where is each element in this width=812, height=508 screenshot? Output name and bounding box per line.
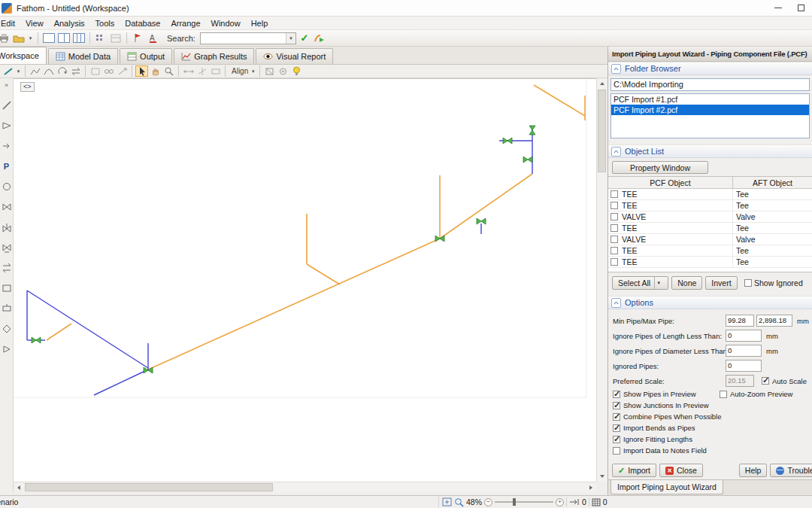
combine-pipes-checkbox[interactable] xyxy=(613,413,620,421)
pcf-file-item[interactable]: PCF Import #1.pcf xyxy=(611,94,809,105)
menu-arrange[interactable]: Arrange xyxy=(165,17,205,29)
curve-tool-icon[interactable] xyxy=(42,65,55,77)
collapse-object-list-icon[interactable] xyxy=(611,147,621,157)
show-ignored-checkbox[interactable] xyxy=(744,279,752,287)
reservoir-junction-icon[interactable] xyxy=(1,181,12,192)
select-arrow-icon[interactable] xyxy=(135,65,148,77)
maximize-button[interactable] xyxy=(789,0,812,16)
search-combobox[interactable] xyxy=(200,32,296,44)
fit-to-window-icon[interactable] xyxy=(442,497,452,506)
horizontal-scroll-thumb[interactable] xyxy=(25,483,273,491)
layout-two-pane-icon[interactable] xyxy=(57,32,71,45)
table-row[interactable]: TEE Tee xyxy=(608,200,812,211)
pan-hand-icon[interactable] xyxy=(149,65,162,77)
import-bends-control[interactable]: Import Bends as Pipes xyxy=(613,422,810,433)
select-all-dropdown-icon[interactable] xyxy=(654,277,662,289)
property-window-button[interactable]: Property Window xyxy=(612,161,708,174)
run-model-icon[interactable] xyxy=(313,32,326,45)
layout-single-pane-icon[interactable] xyxy=(42,32,56,45)
show-junctions-control[interactable]: Show Junctions In Preview xyxy=(613,400,810,411)
rotate-tool-icon[interactable] xyxy=(56,65,68,77)
scale-tool-icon[interactable] xyxy=(116,65,129,77)
ignore-fittings-checkbox[interactable] xyxy=(613,436,620,443)
menu-tools[interactable]: Tools xyxy=(90,17,120,29)
import-bends-checkbox[interactable] xyxy=(613,424,620,432)
tab-visual-report[interactable]: Visual Report xyxy=(256,48,333,64)
ignore-fittings-control[interactable]: Ignore Fitting Lengths xyxy=(613,433,810,445)
folder-path-field[interactable]: C:\Model Importing xyxy=(611,78,810,91)
tab-model-data[interactable]: Model Data xyxy=(48,48,118,64)
pipe-tool-dropdown-icon[interactable] xyxy=(15,65,22,78)
auto-scale-checkbox[interactable] xyxy=(762,377,769,385)
canvas-horizontal-scrollbar[interactable] xyxy=(14,482,596,492)
import-notes-checkbox[interactable] xyxy=(613,447,620,455)
menu-analysis[interactable]: Analysis xyxy=(49,17,90,29)
row-checkbox[interactable] xyxy=(611,190,618,198)
pan-offset-icon[interactable] xyxy=(569,498,580,506)
collapse-folder-browser-icon[interactable] xyxy=(611,64,621,74)
import-button[interactable]: ✓ Import xyxy=(612,464,656,477)
row-checkbox[interactable] xyxy=(611,247,618,254)
table-row[interactable]: TEE Tee xyxy=(608,257,812,268)
control-valve-junction-icon[interactable] xyxy=(1,221,12,233)
table-row[interactable]: VALVE Valve xyxy=(608,234,812,245)
scroll-left-icon[interactable] xyxy=(14,482,24,493)
table-row[interactable]: TEE Tee xyxy=(608,189,812,200)
row-checkbox[interactable] xyxy=(611,202,618,209)
search-dropdown-icon[interactable] xyxy=(286,33,295,44)
invert-button[interactable]: Invert xyxy=(705,276,737,290)
open-model-icon[interactable] xyxy=(12,32,26,45)
vertical-scroll-thumb[interactable] xyxy=(598,90,606,172)
connect-tool-icon[interactable] xyxy=(182,65,195,77)
grid-options-icon[interactable] xyxy=(94,32,108,45)
zoom-slider[interactable] xyxy=(495,501,553,503)
split-pipe-icon[interactable] xyxy=(195,65,208,77)
max-pipe-field[interactable]: 2,898.18 xyxy=(756,315,792,327)
annotation-font-icon[interactable]: A xyxy=(146,32,159,45)
ignore-diameter-field[interactable]: 0 xyxy=(726,345,762,357)
align-label[interactable]: Align xyxy=(232,67,248,75)
search-input[interactable] xyxy=(201,34,286,42)
polyline-tool-icon[interactable] xyxy=(29,65,41,77)
menu-database[interactable]: Database xyxy=(120,17,165,29)
workspace-canvas[interactable]: <> xyxy=(14,78,596,482)
label-tool-icon[interactable] xyxy=(209,65,222,77)
toolbox-collapse-icon[interactable]: » xyxy=(1,79,12,90)
minimize-button[interactable] xyxy=(767,0,789,16)
tee-junction-icon[interactable] xyxy=(1,303,12,314)
orifice-junction-icon[interactable] xyxy=(1,282,12,294)
menu-view[interactable]: View xyxy=(20,17,49,29)
annotation-shape-icon[interactable] xyxy=(263,65,276,77)
zoom-in-button[interactable]: + xyxy=(556,498,564,506)
row-checkbox[interactable] xyxy=(611,258,618,266)
target-icon[interactable] xyxy=(277,65,289,77)
assigned-flow-junction-icon[interactable] xyxy=(1,140,12,151)
pipe-tool-icon[interactable] xyxy=(2,65,14,77)
row-checkbox[interactable] xyxy=(611,224,618,232)
heat-exchanger-junction-icon[interactable] xyxy=(1,262,12,273)
valve-junction-icon[interactable] xyxy=(1,201,12,212)
show-junctions-checkbox[interactable] xyxy=(613,402,620,409)
table-row[interactable]: TEE Tee xyxy=(608,245,812,257)
pump-junction-icon[interactable]: P xyxy=(1,160,12,172)
help-button[interactable]: Help xyxy=(739,464,768,477)
open-dropdown-icon[interactable] xyxy=(27,32,34,45)
pipe-junction-icon[interactable] xyxy=(1,99,12,111)
auto-zoom-checkbox[interactable] xyxy=(720,391,727,398)
flag-icon[interactable] xyxy=(131,32,144,45)
show-ignored-control[interactable]: Show Ignored xyxy=(744,278,810,287)
zoom-magnifier-icon[interactable] xyxy=(454,497,464,507)
auto-scale-control[interactable]: Auto Scale xyxy=(762,377,807,385)
show-pipes-checkbox[interactable] xyxy=(613,391,620,398)
menu-help[interactable]: Help xyxy=(246,17,274,29)
menu-window[interactable]: Window xyxy=(206,17,246,29)
show-pipes-control[interactable]: Show Pipes in Preview xyxy=(613,390,717,398)
canvas-resize-handle[interactable]: <> xyxy=(20,82,35,92)
print-icon[interactable] xyxy=(0,32,11,45)
tab-workspace[interactable]: Workspace xyxy=(0,47,47,64)
zoom-out-button[interactable]: − xyxy=(484,498,492,506)
menu-edit[interactable]: Edit xyxy=(0,17,20,29)
table-row[interactable]: TEE Tee xyxy=(608,223,812,234)
canvas-vertical-scrollbar[interactable] xyxy=(596,78,607,482)
three-way-valve-junction-icon[interactable] xyxy=(1,242,12,253)
